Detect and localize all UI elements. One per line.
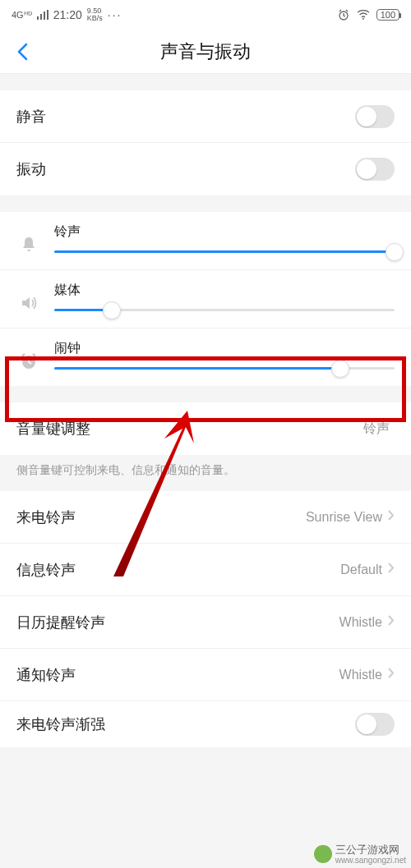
- battery-indicator: 100: [376, 9, 399, 21]
- ringtone-slider-row: 铃声: [0, 212, 411, 270]
- alarm-slider-label: 闹钟: [54, 340, 395, 357]
- vibrate-row[interactable]: 振动: [0, 143, 411, 195]
- notif-ringtone-label: 通知铃声: [16, 665, 339, 685]
- volume-key-desc: 侧音量键可控制来电、信息和通知的音量。: [0, 455, 411, 491]
- ringtone-slider-label: 铃声: [54, 223, 395, 241]
- msg-ringtone-label: 信息铃声: [16, 560, 340, 580]
- media-slider-row: 媒体: [0, 270, 411, 328]
- signal-icon: [37, 10, 48, 20]
- page-header: 声音与振动: [0, 30, 411, 74]
- svg-rect-2: [44, 11, 45, 20]
- net-speed: 9.50 KB/s: [87, 7, 103, 22]
- crescendo-row[interactable]: 来电铃声渐强: [0, 701, 411, 747]
- back-button[interactable]: [8, 38, 36, 66]
- calendar-ringtone-row[interactable]: 日历提醒铃声 Whistle: [0, 596, 411, 649]
- volume-key-row[interactable]: 音量键调整 铃声: [0, 402, 411, 455]
- page-title: 声音与振动: [0, 39, 411, 64]
- svg-point-5: [363, 18, 364, 20]
- mute-toggle[interactable]: [355, 105, 395, 128]
- svg-rect-1: [40, 14, 42, 20]
- media-slider[interactable]: [54, 309, 395, 311]
- notif-ringtone-row[interactable]: 通知铃声 Whistle: [0, 649, 411, 701]
- incoming-ringtone-row[interactable]: 来电铃声 Sunrise View: [0, 491, 411, 544]
- speaker-icon: [16, 282, 41, 313]
- notif-ringtone-value: Whistle: [339, 668, 382, 682]
- media-slider-label: 媒体: [54, 282, 395, 299]
- vibrate-toggle[interactable]: [355, 158, 395, 181]
- volume-sliders-group: 铃声 媒体 闹钟: [0, 212, 411, 386]
- crescendo-label: 来电铃声渐强: [16, 714, 355, 734]
- wifi-icon: [357, 10, 370, 20]
- chevron-right-icon: [387, 614, 395, 630]
- chevron-right-icon: [387, 667, 395, 682]
- watermark-url: www.sangongzi.net: [335, 856, 406, 865]
- calendar-ringtone-value: Whistle: [339, 615, 382, 630]
- crescendo-toggle[interactable]: [355, 713, 395, 736]
- mute-label: 静音: [16, 107, 355, 126]
- incoming-ringtone-label: 来电铃声: [16, 507, 306, 527]
- ringtone-slider[interactable]: [54, 250, 395, 253]
- alarm-slider[interactable]: [54, 367, 395, 370]
- network-type: 4Gᴴᴰ: [12, 10, 32, 21]
- alarm-slider-row: 闹钟: [0, 328, 411, 386]
- alarm-icon: [16, 340, 41, 371]
- watermark: 三公子游戏网 www.sangongzi.net: [314, 844, 406, 865]
- mute-row[interactable]: 静音: [0, 90, 411, 143]
- msg-ringtone-value: Default: [340, 563, 382, 577]
- incoming-ringtone-value: Sunrise View: [306, 510, 382, 525]
- msg-ringtone-row[interactable]: 信息铃声 Default: [0, 544, 411, 596]
- status-time: 21:20: [53, 8, 82, 21]
- volume-key-group: 音量键调整 铃声: [0, 402, 411, 455]
- vibrate-label: 振动: [16, 159, 355, 179]
- bell-icon: [16, 223, 41, 255]
- watermark-text: 三公子游戏网: [335, 844, 406, 856]
- svg-rect-3: [47, 10, 48, 20]
- watermark-logo-icon: [314, 845, 332, 863]
- chevron-right-icon: [387, 562, 395, 577]
- alarm-status-icon: [337, 8, 350, 21]
- calendar-ringtone-label: 日历提醒铃声: [16, 613, 339, 632]
- more-icon: ···: [108, 8, 122, 21]
- ringtone-group: 来电铃声 Sunrise View 信息铃声 Default 日历提醒铃声 Wh…: [0, 491, 411, 747]
- svg-rect-0: [37, 16, 39, 20]
- volume-key-label: 音量键调整: [16, 419, 363, 439]
- chevron-right-icon: [387, 509, 395, 525]
- sound-toggles-group: 静音 振动: [0, 90, 411, 195]
- status-bar: 4Gᴴᴰ 21:20 9.50 KB/s ··· 100: [0, 0, 411, 30]
- volume-key-value: 铃声: [363, 420, 390, 438]
